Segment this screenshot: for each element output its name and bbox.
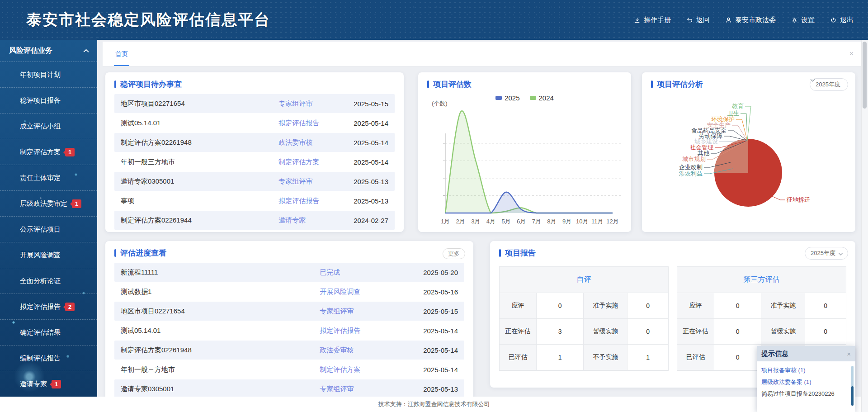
- legend-marker: [530, 96, 536, 100]
- todo-row: 邀请专家0305001专家组评审2025-05-13: [114, 172, 395, 191]
- row-project-name: 测试05.14.01: [121, 327, 320, 335]
- todo-row: 年初一般三方地市制定评估方案2025-05-14: [114, 152, 395, 171]
- row-action-link[interactable]: 拟定评估报告: [278, 197, 348, 205]
- legend-label: 2024: [539, 94, 554, 102]
- nav-back[interactable]: 返回: [686, 16, 710, 24]
- report-cell-label: 应评: [677, 293, 714, 319]
- user-icon: [725, 17, 732, 24]
- sidebar-item-label: 责任主体审定: [20, 165, 61, 190]
- nav-logout[interactable]: 退出: [830, 16, 854, 24]
- panel-report-title-text: 项目报告: [505, 248, 536, 258]
- pie-year-dropdown[interactable]: 2025年度: [810, 78, 848, 91]
- legend-item-2025[interactable]: 2025: [495, 94, 519, 102]
- tab-bar: 首页 ×: [103, 42, 862, 66]
- legend-item-2024[interactable]: 2024: [530, 94, 554, 102]
- sidebar-item-4[interactable]: 制定评估方案1: [0, 139, 97, 165]
- title-bar-decoration: [114, 81, 116, 88]
- svg-text:3月: 3月: [471, 218, 480, 225]
- todo-list: 地区市项目02271654专家组评审2025-05-15测试05.14.01拟定…: [114, 94, 395, 230]
- sidebar-item-3[interactable]: 成立评估小组: [0, 114, 97, 139]
- report-year-dropdown[interactable]: 2025年度: [805, 247, 848, 260]
- row-action-link[interactable]: 专家组评审: [320, 307, 407, 316]
- progress-row: 测试数据1开展风险调查2025-05-16: [114, 282, 464, 301]
- row-action-link[interactable]: 制定评估方案: [278, 158, 348, 166]
- sidebar-item-12[interactable]: 编制评估报告: [0, 346, 97, 371]
- report-cell-value: 0: [627, 319, 668, 345]
- panel-todo-title-text: 稳评项目待办事宜: [120, 79, 182, 90]
- row-action-link[interactable]: 拟定评估报告: [278, 119, 348, 128]
- row-date: 2025-05-13: [348, 178, 388, 185]
- close-tabs-icon[interactable]: ×: [849, 42, 854, 66]
- badge: 1: [72, 199, 81, 208]
- sidebar-item-11[interactable]: 确定评估结果: [0, 320, 97, 346]
- row-date: 2025-05-16: [407, 288, 458, 296]
- sidebar-item-10[interactable]: 拟定评估报告2: [0, 294, 97, 320]
- row-action-link[interactable]: 专家组评审: [278, 99, 348, 108]
- toast-link[interactable]: 项目报备审核 (1): [761, 365, 849, 376]
- svg-text:8月: 8月: [547, 218, 556, 225]
- title-bar-decoration: [651, 81, 653, 88]
- row-action-link[interactable]: 专家组评审: [278, 177, 348, 186]
- panel-chart-title-text: 项目评估数: [433, 79, 472, 90]
- sidebar-item-1[interactable]: 年初项目计划: [0, 62, 97, 88]
- svg-text:5月: 5月: [501, 218, 510, 225]
- sidebar-item-9[interactable]: 全面分析论证: [0, 268, 97, 294]
- legend-label: 2025: [505, 94, 519, 102]
- report-year-value: 2025年度: [811, 249, 835, 257]
- toast-link[interactable]: 层级政法委备案 (1): [761, 376, 849, 388]
- sidebar-item-label: 确定评估结果: [20, 320, 61, 345]
- report-cell-value: 0: [714, 293, 761, 319]
- progress-row: 测试05.14.01拟定评估报告2025-05-14: [114, 321, 464, 340]
- pie-label: 征地拆迁: [787, 196, 810, 204]
- svg-text:2月: 2月: [456, 218, 465, 225]
- todo-row: 事项拟定评估报告2025-05-13: [114, 191, 395, 210]
- row-date: 2025-05-14: [407, 346, 458, 354]
- progress-row: 邀请专家0305001专家组评审2025-05-13: [114, 379, 464, 398]
- row-action-link[interactable]: 制定评估方案: [320, 365, 407, 374]
- row-action-link[interactable]: 专家组评审: [320, 385, 407, 393]
- title-bar-decoration: [427, 81, 429, 88]
- report-table-self: 自评应评0准予实施0正在评估3暂缓实施0已评估1不予实施1: [499, 266, 669, 371]
- nav-account[interactable]: 泰安市政法委: [725, 16, 776, 24]
- sidebar-group-risk-assessment[interactable]: 风险评估业务: [0, 40, 97, 62]
- tab-home[interactable]: 首页: [114, 42, 129, 66]
- report-cell-value: 0: [537, 293, 584, 319]
- page-scrollbar-track: [861, 40, 868, 412]
- sidebar-item-8[interactable]: 开展风险调查: [0, 242, 97, 268]
- sidebar-item-5[interactable]: 责任主体审定: [0, 165, 97, 191]
- notification-toast: 提示信息 × 项目报备审核 (1)层级政法委备案 (1)简易过往项目报备2023…: [757, 346, 855, 412]
- sidebar-group-label: 风险评估业务: [9, 46, 52, 56]
- panel-chart-title: 项目评估数: [418, 72, 631, 93]
- sidebar-item-13[interactable]: 邀请专家1: [0, 371, 97, 397]
- row-action-link[interactable]: 政法委审核: [278, 138, 348, 147]
- row-action-link[interactable]: 邀请专家: [278, 216, 348, 225]
- panel-todo: 稳评项目待办事宜 地区市项目02271654专家组评审2025-05-15测试0…: [105, 72, 404, 232]
- pie-label: 城市规划: [682, 155, 706, 163]
- sidebar-item-label: 拟定评估报告: [20, 294, 61, 319]
- sidebar-item-7[interactable]: 公示评估项目: [0, 217, 97, 242]
- report-cell-label: 暂缓实施: [584, 319, 627, 345]
- row-project-name: 年初一般三方地市: [121, 365, 320, 374]
- row-action-link[interactable]: 政法委审核: [320, 346, 407, 355]
- row-action-link[interactable]: 已完成: [320, 268, 407, 277]
- sidebar-item-label: 全面分析论证: [20, 268, 61, 294]
- row-date: 2025-05-14: [348, 158, 388, 166]
- row-project-name: 邀请专家0305001: [121, 177, 278, 186]
- sidebar-item-6[interactable]: 层级政法委审定1: [0, 191, 97, 217]
- row-date: 2025-05-13: [348, 197, 388, 205]
- more-button[interactable]: 更多: [443, 248, 465, 259]
- page-scrollbar-thumb[interactable]: [863, 42, 867, 109]
- toast-scrollbar-thumb[interactable]: [851, 386, 854, 406]
- row-action-link[interactable]: 开展风险调查: [320, 288, 407, 296]
- nav-manual-label: 操作手册: [644, 16, 671, 24]
- nav-manual[interactable]: 操作手册: [634, 16, 671, 24]
- toast-scrollbar-track: [851, 366, 854, 406]
- chart-legend: 20252024: [418, 94, 631, 102]
- nav-settings[interactable]: 设置: [791, 16, 815, 24]
- close-icon[interactable]: ×: [847, 350, 851, 358]
- sidebar-item-label: 年初项目计划: [20, 62, 61, 87]
- row-action-link[interactable]: 拟定评估报告: [320, 327, 407, 335]
- sidebar-item-2[interactable]: 稳评项目报备: [0, 88, 97, 114]
- report-table-header: 第三方评估: [677, 267, 846, 293]
- sidebar: 风险评估业务 年初项目计划稳评项目报备成立评估小组制定评估方案1责任主体审定层级…: [0, 40, 97, 397]
